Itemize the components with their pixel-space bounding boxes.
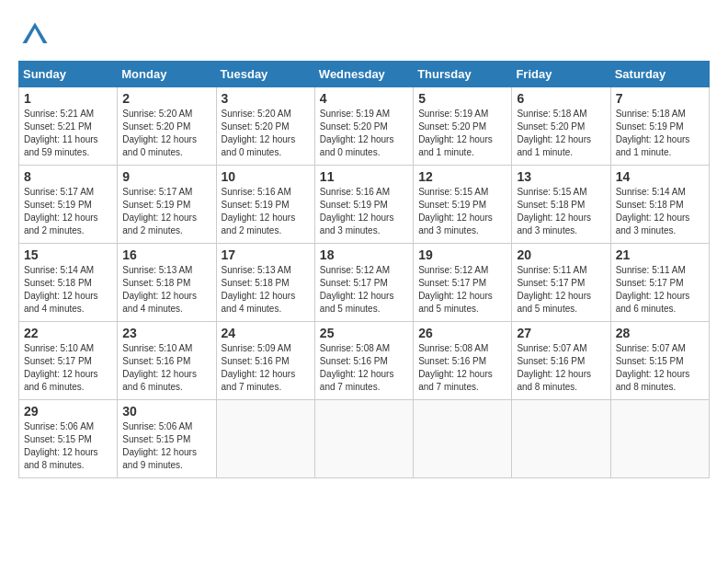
calendar-cell: 24Sunrise: 5:09 AM Sunset: 5:16 PM Dayli… (216, 322, 314, 400)
day-number: 28 (616, 326, 704, 340)
calendar-week-row: 15Sunrise: 5:14 AM Sunset: 5:18 PM Dayli… (19, 244, 710, 322)
day-number: 27 (517, 326, 605, 340)
day-number: 24 (222, 326, 310, 340)
day-number: 8 (24, 169, 112, 184)
calendar-cell (414, 400, 512, 478)
day-number: 25 (320, 326, 408, 340)
calendar-cell: 6Sunrise: 5:18 AM Sunset: 5:20 PM Daylig… (512, 87, 610, 166)
day-info: Sunrise: 5:11 AM Sunset: 5:17 PM Dayligh… (517, 264, 605, 316)
calendar-cell: 1Sunrise: 5:21 AM Sunset: 5:21 PM Daylig… (19, 87, 118, 166)
calendar-cell: 23Sunrise: 5:10 AM Sunset: 5:16 PM Dayli… (118, 322, 216, 400)
day-number: 17 (222, 247, 310, 262)
column-header-thursday: Thursday (414, 62, 512, 87)
calendar-cell: 10Sunrise: 5:16 AM Sunset: 5:19 PM Dayli… (216, 166, 314, 244)
day-number: 14 (616, 169, 704, 184)
day-number: 6 (517, 91, 605, 106)
calendar-cell: 15Sunrise: 5:14 AM Sunset: 5:18 PM Dayli… (19, 244, 118, 322)
calendar-cell: 19Sunrise: 5:12 AM Sunset: 5:17 PM Dayli… (414, 244, 512, 322)
logo (18, 18, 55, 52)
day-number: 3 (222, 91, 310, 106)
day-info: Sunrise: 5:20 AM Sunset: 5:20 PM Dayligh… (222, 108, 310, 159)
day-number: 16 (122, 247, 210, 262)
calendar-cell: 18Sunrise: 5:12 AM Sunset: 5:17 PM Dayli… (314, 244, 413, 322)
calendar-cell: 20Sunrise: 5:11 AM Sunset: 5:17 PM Dayli… (512, 244, 610, 322)
day-number: 21 (616, 247, 704, 262)
day-info: Sunrise: 5:20 AM Sunset: 5:20 PM Dayligh… (122, 108, 210, 159)
calendar-cell: 4Sunrise: 5:19 AM Sunset: 5:20 PM Daylig… (314, 87, 413, 166)
day-number: 1 (24, 91, 112, 106)
day-info: Sunrise: 5:16 AM Sunset: 5:19 PM Dayligh… (222, 186, 310, 237)
calendar-cell (314, 400, 413, 478)
day-info: Sunrise: 5:14 AM Sunset: 5:18 PM Dayligh… (24, 264, 112, 316)
calendar-cell: 26Sunrise: 5:08 AM Sunset: 5:16 PM Dayli… (414, 322, 512, 400)
day-number: 12 (418, 169, 506, 184)
calendar-cell (512, 400, 610, 478)
day-info: Sunrise: 5:12 AM Sunset: 5:17 PM Dayligh… (418, 264, 506, 316)
calendar-cell: 21Sunrise: 5:11 AM Sunset: 5:17 PM Dayli… (610, 244, 709, 322)
calendar-cell: 25Sunrise: 5:08 AM Sunset: 5:16 PM Dayli… (314, 322, 413, 400)
column-header-saturday: Saturday (610, 62, 709, 87)
calendar-cell: 8Sunrise: 5:17 AM Sunset: 5:19 PM Daylig… (19, 166, 118, 244)
day-number: 29 (24, 404, 112, 419)
day-number: 23 (122, 326, 210, 340)
calendar-cell (216, 400, 314, 478)
day-number: 4 (320, 91, 408, 106)
calendar-cell: 12Sunrise: 5:15 AM Sunset: 5:19 PM Dayli… (414, 166, 512, 244)
day-info: Sunrise: 5:07 AM Sunset: 5:15 PM Dayligh… (616, 342, 704, 394)
page-header (18, 18, 710, 52)
calendar-cell: 2Sunrise: 5:20 AM Sunset: 5:20 PM Daylig… (118, 87, 216, 166)
day-info: Sunrise: 5:12 AM Sunset: 5:17 PM Dayligh… (320, 264, 408, 316)
calendar-cell: 14Sunrise: 5:14 AM Sunset: 5:18 PM Dayli… (610, 166, 709, 244)
calendar-cell: 9Sunrise: 5:17 AM Sunset: 5:19 PM Daylig… (118, 166, 216, 244)
day-info: Sunrise: 5:21 AM Sunset: 5:21 PM Dayligh… (24, 108, 112, 159)
calendar-cell: 17Sunrise: 5:13 AM Sunset: 5:18 PM Dayli… (216, 244, 314, 322)
day-number: 5 (418, 91, 506, 106)
calendar-week-row: 1Sunrise: 5:21 AM Sunset: 5:21 PM Daylig… (19, 87, 710, 166)
calendar-cell: 28Sunrise: 5:07 AM Sunset: 5:15 PM Dayli… (610, 322, 709, 400)
day-info: Sunrise: 5:06 AM Sunset: 5:15 PM Dayligh… (122, 420, 210, 472)
day-info: Sunrise: 5:13 AM Sunset: 5:18 PM Dayligh… (122, 264, 210, 316)
calendar-cell: 3Sunrise: 5:20 AM Sunset: 5:20 PM Daylig… (216, 87, 314, 166)
day-info: Sunrise: 5:16 AM Sunset: 5:19 PM Dayligh… (320, 186, 408, 237)
day-info: Sunrise: 5:19 AM Sunset: 5:20 PM Dayligh… (418, 108, 506, 159)
day-info: Sunrise: 5:07 AM Sunset: 5:16 PM Dayligh… (517, 342, 605, 394)
day-info: Sunrise: 5:17 AM Sunset: 5:19 PM Dayligh… (24, 186, 112, 237)
day-number: 19 (418, 247, 506, 262)
day-info: Sunrise: 5:17 AM Sunset: 5:19 PM Dayligh… (122, 186, 210, 237)
day-number: 20 (517, 247, 605, 262)
calendar-week-row: 22Sunrise: 5:10 AM Sunset: 5:17 PM Dayli… (19, 322, 710, 400)
day-number: 10 (222, 169, 310, 184)
calendar-cell: 5Sunrise: 5:19 AM Sunset: 5:20 PM Daylig… (414, 87, 512, 166)
day-number: 11 (320, 169, 408, 184)
day-info: Sunrise: 5:15 AM Sunset: 5:19 PM Dayligh… (418, 186, 506, 237)
day-number: 22 (24, 326, 112, 340)
day-number: 9 (122, 169, 210, 184)
logo-icon (18, 18, 51, 52)
calendar-week-row: 29Sunrise: 5:06 AM Sunset: 5:15 PM Dayli… (19, 400, 710, 478)
day-info: Sunrise: 5:15 AM Sunset: 5:18 PM Dayligh… (517, 186, 605, 237)
column-header-tuesday: Tuesday (216, 62, 314, 87)
calendar-cell: 7Sunrise: 5:18 AM Sunset: 5:19 PM Daylig… (610, 87, 709, 166)
day-info: Sunrise: 5:19 AM Sunset: 5:20 PM Dayligh… (320, 108, 408, 159)
day-number: 13 (517, 169, 605, 184)
calendar-cell: 11Sunrise: 5:16 AM Sunset: 5:19 PM Dayli… (314, 166, 413, 244)
day-info: Sunrise: 5:08 AM Sunset: 5:16 PM Dayligh… (418, 342, 506, 394)
calendar-cell: 29Sunrise: 5:06 AM Sunset: 5:15 PM Dayli… (19, 400, 118, 478)
calendar-cell: 13Sunrise: 5:15 AM Sunset: 5:18 PM Dayli… (512, 166, 610, 244)
column-header-wednesday: Wednesday (314, 62, 413, 87)
column-header-friday: Friday (512, 62, 610, 87)
day-info: Sunrise: 5:14 AM Sunset: 5:18 PM Dayligh… (616, 186, 704, 237)
calendar-cell: 30Sunrise: 5:06 AM Sunset: 5:15 PM Dayli… (118, 400, 216, 478)
day-info: Sunrise: 5:11 AM Sunset: 5:17 PM Dayligh… (616, 264, 704, 316)
day-info: Sunrise: 5:06 AM Sunset: 5:15 PM Dayligh… (24, 420, 112, 472)
calendar-header-row: SundayMondayTuesdayWednesdayThursdayFrid… (19, 62, 710, 87)
calendar-table: SundayMondayTuesdayWednesdayThursdayFrid… (18, 61, 710, 478)
day-number: 18 (320, 247, 408, 262)
calendar-cell: 16Sunrise: 5:13 AM Sunset: 5:18 PM Dayli… (118, 244, 216, 322)
day-number: 7 (616, 91, 704, 106)
day-info: Sunrise: 5:10 AM Sunset: 5:17 PM Dayligh… (24, 342, 112, 394)
column-header-sunday: Sunday (19, 62, 118, 87)
day-number: 15 (24, 247, 112, 262)
day-info: Sunrise: 5:18 AM Sunset: 5:19 PM Dayligh… (616, 108, 704, 159)
day-info: Sunrise: 5:10 AM Sunset: 5:16 PM Dayligh… (122, 342, 210, 394)
